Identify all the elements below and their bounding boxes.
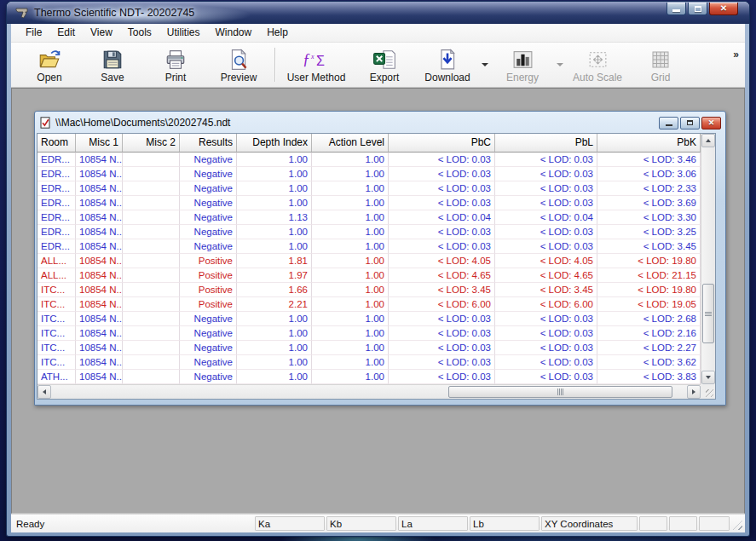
scroll-down-icon[interactable] bbox=[701, 371, 715, 384]
status-cell-la: La bbox=[398, 516, 468, 531]
table-row[interactable]: ATH...10854 N...Negative1.001.00< LOD: 0… bbox=[38, 370, 701, 384]
table-cell: < LOD: 4.65 bbox=[389, 268, 495, 283]
table-row[interactable]: EDR...10854 N...Negative1.001.00< LOD: 0… bbox=[38, 167, 701, 181]
table-cell: < LOD: 0.03 bbox=[389, 225, 495, 239]
app-window: Thermo Scientific NDT- 20202745 ✕ FileEd… bbox=[7, 2, 749, 536]
document-window-controls: ✕ bbox=[659, 117, 721, 129]
table-cell: < LOD: 0.03 bbox=[389, 312, 495, 326]
toolbar: » OpenSavePrintPreviewƒxΣUser MethodExpo… bbox=[11, 43, 745, 88]
table-cell: ITC... bbox=[38, 297, 76, 312]
document-minimize-icon[interactable] bbox=[659, 117, 678, 129]
toolbar-open-button[interactable]: Open bbox=[18, 43, 81, 87]
table-row[interactable]: ALL...10854 N...Positive1.811.00< LOD: 4… bbox=[38, 254, 701, 268]
table-cell: ALL... bbox=[38, 254, 76, 268]
table-cell: ITC... bbox=[38, 326, 76, 341]
table-cell bbox=[123, 370, 180, 384]
scroll-up-icon[interactable] bbox=[701, 134, 715, 147]
scroll-right-icon[interactable] bbox=[687, 385, 701, 399]
table-row[interactable]: ITC...10854 N...Negative1.001.00< LOD: 0… bbox=[38, 355, 701, 370]
table-cell bbox=[123, 225, 180, 239]
table-row[interactable]: EDR...10854 N...Negative1.131.00< LOD: 0… bbox=[38, 210, 701, 225]
table-cell: < LOD: 19.05 bbox=[597, 297, 701, 312]
document-close-icon[interactable]: ✕ bbox=[701, 117, 721, 129]
column-header-pbl[interactable]: PbL bbox=[495, 134, 597, 153]
toolbar-preview-button[interactable]: Preview bbox=[207, 43, 270, 87]
table-row[interactable]: ITC...10854 N...Negative1.001.00< LOD: 0… bbox=[38, 312, 701, 326]
menu-help[interactable]: Help bbox=[259, 24, 296, 42]
close-icon[interactable]: ✕ bbox=[709, 3, 738, 15]
table-cell: < LOD: 3.83 bbox=[597, 370, 701, 384]
resize-grip[interactable] bbox=[731, 516, 743, 531]
table-cell: 1.00 bbox=[312, 312, 389, 326]
vertical-scrollbar-thumb[interactable] bbox=[702, 284, 714, 343]
table-row[interactable]: EDR...10854 N...Negative1.001.00< LOD: 0… bbox=[38, 181, 701, 196]
table-cell: Negative bbox=[180, 239, 237, 254]
vertical-scrollbar[interactable] bbox=[701, 134, 715, 384]
table-row[interactable]: ITC...10854 N...Positive1.661.00< LOD: 3… bbox=[38, 283, 701, 297]
table-row[interactable]: ITC...10854 N...Positive2.211.00< LOD: 6… bbox=[38, 297, 701, 312]
table-cell: 10854 N... bbox=[76, 239, 123, 254]
toolbar-save-button[interactable]: Save bbox=[81, 43, 144, 87]
table-cell: < LOD: 0.03 bbox=[389, 167, 495, 181]
restore-icon[interactable] bbox=[688, 3, 707, 15]
table-cell: < LOD: 3.45 bbox=[389, 283, 495, 297]
energy-icon bbox=[511, 48, 534, 72]
table-row[interactable]: EDR...10854 N...Negative1.001.00< LOD: 0… bbox=[38, 225, 701, 239]
column-header-pbk[interactable]: PbK bbox=[597, 134, 701, 153]
menu-tools[interactable]: Tools bbox=[120, 24, 159, 42]
download-dropdown-arrow-icon[interactable] bbox=[479, 63, 491, 66]
table-cell: < LOD: 0.04 bbox=[495, 210, 597, 225]
document-title-bar[interactable]: \\Mac\Home\Documents\20202745.ndt ✕ bbox=[37, 113, 724, 132]
minimize-icon[interactable] bbox=[667, 3, 686, 15]
table-cell: ALL... bbox=[38, 268, 76, 283]
menu-file[interactable]: File bbox=[18, 24, 49, 42]
table-row[interactable]: EDR...10854 N...Negative1.001.00< LOD: 0… bbox=[38, 153, 701, 167]
table-cell: < LOD: 3.62 bbox=[597, 355, 701, 370]
table-cell: Negative bbox=[180, 341, 237, 355]
table-cell: 1.00 bbox=[237, 181, 312, 196]
toolbar-export-button[interactable]: Export bbox=[353, 43, 416, 87]
table-cell: < LOD: 19.80 bbox=[597, 283, 701, 297]
scroll-left-icon[interactable] bbox=[38, 385, 51, 399]
column-header-pbc[interactable]: PbC bbox=[389, 134, 495, 153]
column-header-results[interactable]: Results bbox=[180, 134, 237, 153]
toolbar-download-button[interactable]: Download bbox=[416, 43, 479, 87]
table-row[interactable]: EDR...10854 N...Negative1.001.00< LOD: 0… bbox=[38, 239, 701, 254]
column-header-room[interactable]: Room bbox=[38, 134, 76, 153]
table-row[interactable]: ITC...10854 N...Negative1.001.00< LOD: 0… bbox=[38, 326, 701, 341]
table-cell: < LOD: 0.03 bbox=[389, 153, 495, 167]
column-header-misc-1[interactable]: Misc 1 bbox=[76, 134, 123, 153]
table-cell: 1.00 bbox=[312, 326, 389, 341]
toolbar-group: Energy bbox=[491, 43, 566, 87]
table-cell: 1.00 bbox=[312, 181, 389, 196]
title-bar[interactable]: Thermo Scientific NDT- 20202745 ✕ bbox=[7, 2, 749, 24]
table-row[interactable]: ITC...10854 N...Negative1.001.00< LOD: 0… bbox=[38, 341, 701, 355]
menu-window[interactable]: Window bbox=[208, 24, 260, 42]
horizontal-scrollbar[interactable] bbox=[38, 384, 701, 399]
table-cell: < LOD: 0.03 bbox=[495, 326, 597, 341]
toolbar-overflow-chevron-icon[interactable]: » bbox=[733, 49, 739, 60]
toolbar-user-method-button[interactable]: ƒxΣUser Method bbox=[280, 43, 353, 87]
menu-edit[interactable]: Edit bbox=[49, 24, 83, 42]
menu-utilities[interactable]: Utilities bbox=[159, 24, 208, 42]
table-row[interactable]: EDR...10854 N...Negative1.001.00< LOD: 0… bbox=[38, 196, 701, 210]
horizontal-scrollbar-thumb[interactable] bbox=[448, 386, 672, 398]
menu-view[interactable]: View bbox=[83, 24, 120, 42]
scrollbar-corner bbox=[701, 384, 715, 399]
table-cell: 1.00 bbox=[312, 268, 389, 283]
document-title: \\Mac\Home\Documents\20202745.ndt bbox=[55, 117, 659, 129]
column-header-misc-2[interactable]: Misc 2 bbox=[123, 134, 180, 153]
toolbar-group: Download bbox=[416, 43, 491, 87]
table-cell bbox=[123, 326, 180, 341]
column-header-depth-index[interactable]: Depth Index bbox=[237, 134, 312, 153]
column-header-action-level[interactable]: Action Level bbox=[312, 134, 389, 153]
svg-text:x: x bbox=[310, 53, 315, 60]
document-restore-icon[interactable] bbox=[680, 117, 700, 129]
table-cell: < LOD: 19.80 bbox=[597, 254, 701, 268]
table-cell: < LOD: 3.46 bbox=[597, 153, 701, 167]
toolbar-print-button[interactable]: Print bbox=[144, 43, 207, 87]
table-cell: Positive bbox=[180, 268, 237, 283]
table-row[interactable]: ALL...10854 N...Positive1.971.00< LOD: 4… bbox=[38, 268, 701, 283]
mdi-area: \\Mac\Home\Documents\20202745.ndt ✕ Room… bbox=[11, 88, 745, 514]
toolbar-grid-button: Grid bbox=[629, 43, 692, 87]
